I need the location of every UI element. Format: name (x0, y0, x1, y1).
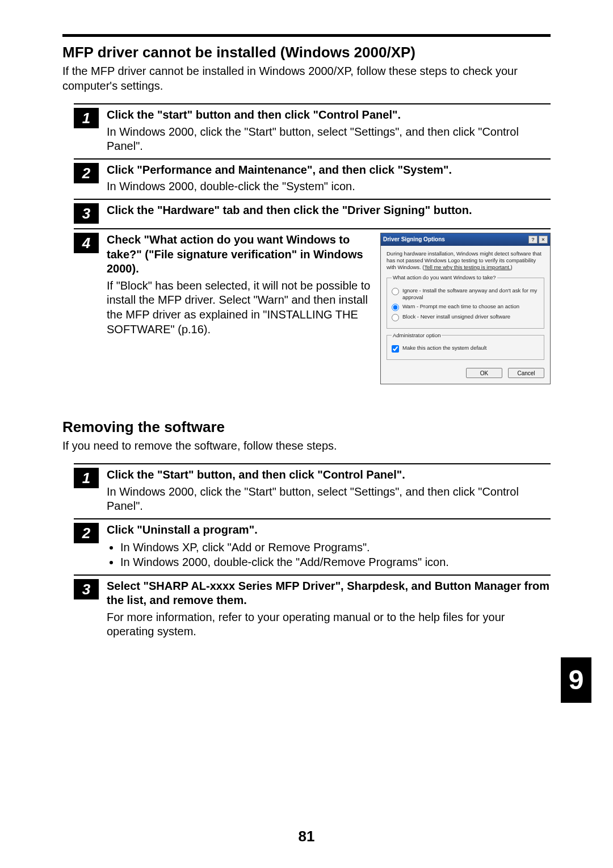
dialog-intro-end: ) (511, 264, 513, 270)
section2-steps: 1 Click the "Start" button, and then cli… (74, 463, 551, 639)
step-body: Select "SHARP AL-xxxx Series MFP Driver"… (107, 579, 551, 639)
section1-intro: If the MFP driver cannot be installed in… (62, 64, 551, 93)
dialog-title: Driver Signing Options (383, 236, 445, 244)
radio-warn-label: Warn - Prompt me each time to choose an … (402, 303, 519, 310)
admin-legend: Administrator option (392, 332, 442, 339)
dialog-link[interactable]: Tell me why this testing is important. (425, 264, 511, 270)
step-body: Click "Performance and Maintenance", and… (107, 163, 551, 194)
step-title: Click the "Hardware" tab and then click … (107, 203, 551, 218)
close-button[interactable]: × (539, 236, 548, 244)
step-desc: In Windows 2000, double-click the "Syste… (107, 179, 551, 194)
section1-title: MFP driver cannot be installed (Windows … (62, 44, 551, 61)
step4-text: Check "What action do you want Windows t… (107, 233, 371, 384)
radio-block-row: Block - Never install unsigned driver so… (392, 313, 539, 321)
radio-ignore-label: Ignore - Install the software anyway and… (402, 287, 539, 301)
step-body: Click the "Hardware" tab and then click … (107, 203, 551, 220)
step-number: 1 (74, 108, 99, 128)
bullet-item: In Windows 2000, double-click the "Add/R… (120, 555, 551, 570)
ok-button[interactable]: OK (466, 368, 502, 378)
step-title: Click "Performance and Maintenance", and… (107, 163, 551, 178)
remove-step-3: 3 Select "SHARP AL-xxxx Series MFP Drive… (74, 575, 551, 639)
chapter-tab: 9 (561, 657, 591, 703)
step-body: Click the "start" button and then click … (107, 108, 551, 154)
step-number: 2 (74, 523, 99, 543)
titlebar-buttons: ? × (528, 236, 548, 244)
check-default-row: Make this action the system default (392, 345, 539, 353)
radio-warn-row: Warn - Prompt me each time to choose an … (392, 303, 539, 311)
step-desc: In Windows XP, click "Add or Remove Prog… (107, 540, 551, 569)
step-2: 2 Click "Performance and Maintenance", a… (74, 158, 551, 194)
step-body: Click "Uninstall a program". In Windows … (107, 523, 551, 570)
step-title: Select "SHARP AL-xxxx Series MFP Driver"… (107, 579, 551, 608)
radio-block[interactable] (392, 314, 399, 321)
radio-warn[interactable] (392, 304, 399, 311)
step-number: 3 (74, 579, 99, 599)
step-1: 1 Click the "start" button and then clic… (74, 103, 551, 154)
check-default-label: Make this action the system default (402, 345, 486, 351)
section2: Removing the software If you need to rem… (62, 418, 551, 639)
admin-fieldset: Administrator option Make this action th… (387, 332, 544, 360)
step-number: 4 (74, 233, 99, 253)
cancel-button[interactable]: Cancel (508, 368, 544, 378)
step-body: Check "What action do you want Windows t… (107, 233, 551, 384)
step-title: Click "Uninstall a program". (107, 523, 551, 538)
dialog-buttons: OK Cancel (381, 363, 550, 384)
remove-step-1: 1 Click the "Start" button, and then cli… (74, 463, 551, 514)
step-desc: In Windows 2000, click the "Start" butto… (107, 485, 551, 514)
action-fieldset: What action do you want Windows to take?… (387, 274, 544, 328)
section1-steps: 1 Click the "start" button and then clic… (74, 103, 551, 384)
radio-ignore[interactable] (392, 288, 399, 295)
driver-signing-dialog: Driver Signing Options ? × During hardwa… (380, 233, 551, 384)
step-number: 3 (74, 203, 99, 224)
action-legend: What action do you want Windows to take? (392, 274, 497, 281)
step-title: Check "What action do you want Windows t… (107, 233, 371, 276)
remove-step-2: 2 Click "Uninstall a program". In Window… (74, 518, 551, 570)
step-body: Click the "Start" button, and then click… (107, 468, 551, 514)
section2-intro: If you need to remove the software, foll… (62, 438, 551, 453)
step-title: Click the "Start" button, and then click… (107, 468, 551, 483)
step-number: 2 (74, 163, 99, 183)
step-number: 1 (74, 468, 99, 488)
dialog-titlebar: Driver Signing Options ? × (381, 233, 550, 246)
step2-bullets: In Windows XP, click "Add or Remove Prog… (120, 540, 551, 569)
top-rule (62, 34, 551, 37)
step-3: 3 Click the "Hardware" tab and then clic… (74, 199, 551, 224)
step-desc: For more information, refer to your oper… (107, 610, 551, 639)
dialog-body: During hardware installation, Windows mi… (381, 246, 550, 363)
radio-block-label: Block - Never install unsigned driver so… (402, 313, 510, 320)
radio-ignore-row: Ignore - Install the software anyway and… (392, 287, 539, 301)
step-desc: If "Block" has been selected, it will no… (107, 279, 371, 337)
page-number: 81 (0, 828, 613, 845)
step-title: Click the "start" button and then click … (107, 108, 551, 123)
step-desc: In Windows 2000, click the "Start" butto… (107, 125, 551, 154)
dialog-intro: During hardware installation, Windows mi… (387, 250, 544, 271)
section2-title: Removing the software (62, 418, 551, 436)
help-button[interactable]: ? (528, 236, 538, 244)
bullet-item: In Windows XP, click "Add or Remove Prog… (120, 540, 551, 555)
check-default[interactable] (392, 345, 399, 353)
step-4: 4 Check "What action do you want Windows… (74, 228, 551, 384)
manual-page: MFP driver cannot be installed (Windows … (0, 0, 613, 868)
